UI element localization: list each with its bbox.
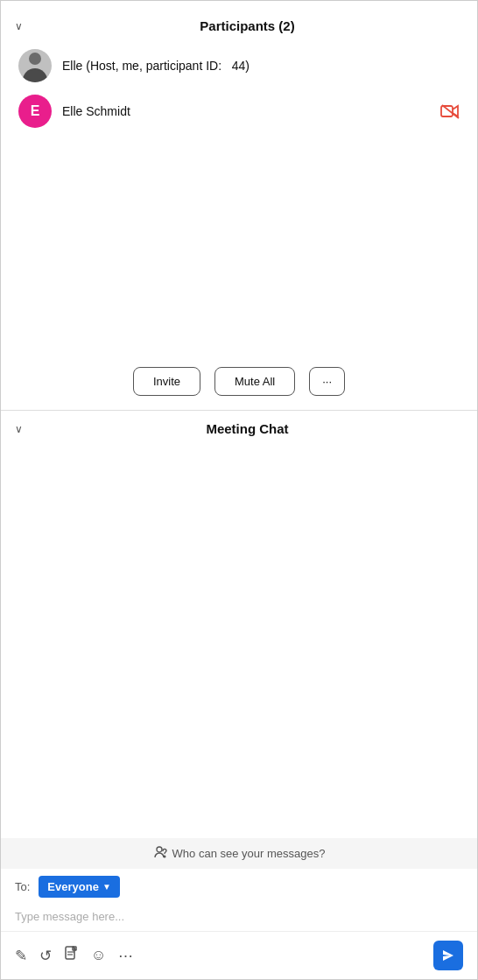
to-label: To: xyxy=(15,880,30,893)
participant-name: Elle Schmidt xyxy=(62,104,430,118)
svg-marker-8 xyxy=(443,950,453,961)
refresh-icon[interactable]: ↺ xyxy=(39,947,52,965)
emoji-icon[interactable]: ☺ xyxy=(91,947,106,964)
send-button[interactable] xyxy=(433,941,463,970)
visibility-icon xyxy=(153,845,167,862)
chat-section: ∨ Meeting Chat Who can see your messages… xyxy=(1,411,477,979)
participants-title: Participants (2) xyxy=(32,18,463,33)
chat-chevron-icon[interactable]: ∨ xyxy=(15,423,23,435)
table-row: E Elle Schmidt xyxy=(15,89,463,133)
mute-all-button[interactable]: Mute All xyxy=(214,367,295,396)
action-buttons: Invite Mute All ··· xyxy=(1,349,477,410)
more-options-button[interactable]: ··· xyxy=(309,367,345,396)
muted-icon xyxy=(440,103,460,119)
avatar xyxy=(18,49,52,82)
visibility-bar: Who can see your messages? xyxy=(1,838,477,869)
everyone-button[interactable]: Everyone ▼ xyxy=(39,876,119,898)
pencil-icon[interactable]: ✎ xyxy=(15,947,27,965)
participants-chevron-icon[interactable]: ∨ xyxy=(15,20,23,32)
more-toolbar-icon[interactable]: ⋯ xyxy=(118,947,133,965)
participant-name: Elle (Host, me, participant ID: 44) xyxy=(62,59,460,73)
chat-toolbar: ✎ ↺ ☺ ⋯ xyxy=(1,931,477,979)
visibility-text: Who can see your messages? xyxy=(172,847,326,860)
chat-header: ∨ Meeting Chat xyxy=(1,411,477,447)
chat-messages-area xyxy=(1,447,477,838)
invite-button[interactable]: Invite xyxy=(133,367,200,396)
to-field: To: Everyone ▼ xyxy=(1,869,477,905)
document-icon[interactable] xyxy=(64,946,79,965)
avatar: E xyxy=(18,95,52,128)
table-row: Elle (Host, me, participant ID: 44) xyxy=(15,44,463,88)
participants-header: ∨ Participants (2) xyxy=(15,11,463,44)
chat-title: Meeting Chat xyxy=(32,421,463,436)
chevron-down-icon: ▼ xyxy=(102,882,111,892)
svg-point-2 xyxy=(157,847,162,852)
message-placeholder: Type message here... xyxy=(15,910,124,923)
svg-point-3 xyxy=(163,856,165,858)
participants-section: ∨ Participants (2) Elle (Host, me, parti… xyxy=(1,1,477,133)
message-input-area[interactable]: Type message here... xyxy=(1,905,477,931)
participant-list: Elle (Host, me, participant ID: 44) E El… xyxy=(15,44,463,133)
